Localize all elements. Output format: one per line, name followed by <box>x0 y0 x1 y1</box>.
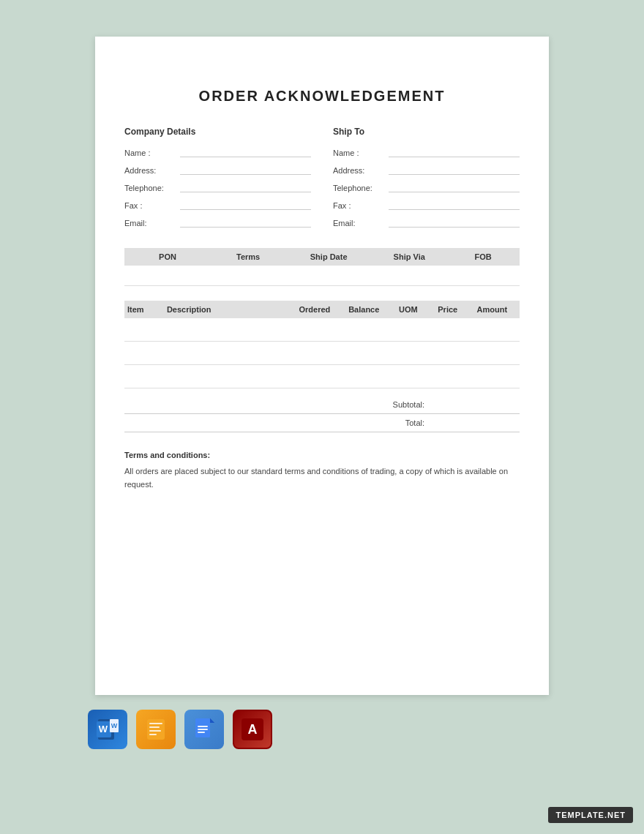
ship-email-line <box>389 216 520 228</box>
svg-text:W: W <box>111 722 118 729</box>
total-row: Total: <box>124 414 520 432</box>
ith-amount: Amount <box>468 305 517 314</box>
order-table-header: PON Terms Ship Date Ship Via FOB <box>124 248 520 266</box>
svg-rect-5 <box>147 719 165 740</box>
items-row-3 <box>124 365 520 388</box>
ship-fax-row: Fax : <box>333 198 520 210</box>
bottom-area: W W <box>44 695 644 764</box>
company-telephone-line <box>180 181 311 192</box>
acrobat-svg: A <box>240 717 265 742</box>
ship-name-label: Name : <box>333 149 384 157</box>
ith-ordered: Ordered <box>290 305 339 314</box>
word-svg: W W <box>95 717 120 742</box>
total-value <box>432 418 520 427</box>
ship-to-label: Ship To <box>333 127 520 137</box>
company-fax-row: Fax : <box>124 198 311 210</box>
th-fob: FOB <box>449 252 517 261</box>
acrobat-icon[interactable]: A <box>233 710 272 749</box>
company-email-label: Email: <box>124 219 176 228</box>
th-terms: Terms <box>208 252 288 261</box>
svg-text:W: W <box>99 724 108 735</box>
terms-text: All orders are placed subject to our sta… <box>124 465 520 491</box>
subtotal-row: Subtotal: <box>124 396 520 414</box>
ship-address-label: Address: <box>333 166 384 175</box>
items-row-1 <box>124 318 520 342</box>
template-net-badge: TEMPLATE.NET <box>548 807 633 823</box>
ship-to-col: Ship To Name : Address: Telephone: Fax : <box>333 127 520 233</box>
pages-icon[interactable] <box>136 710 176 749</box>
document-card: ORDER ACKNOWLEDGEMENT Company Details Na… <box>95 37 549 695</box>
company-email-line <box>180 216 311 228</box>
svg-rect-16 <box>198 732 205 733</box>
document-title: ORDER ACKNOWLEDGEMENT <box>124 88 520 105</box>
address-section: Company Details Name : Address: Telephon… <box>124 127 520 233</box>
company-address-row: Address: <box>124 163 311 175</box>
terms-section: Terms and conditions: All orders are pla… <box>124 451 520 491</box>
ith-price: Price <box>428 305 468 314</box>
svg-rect-8 <box>149 730 161 732</box>
items-row-2 <box>124 342 520 365</box>
subtotal-label: Subtotal: <box>373 400 432 409</box>
company-details-col: Company Details Name : Address: Telephon… <box>124 127 311 233</box>
ship-email-label: Email: <box>333 219 384 228</box>
svg-rect-14 <box>198 726 208 727</box>
ith-item: Item <box>127 305 167 314</box>
items-table-header: Item Description Ordered Balance UOM Pri… <box>124 301 520 318</box>
svg-rect-6 <box>149 723 162 724</box>
gdocs-icon[interactable] <box>184 710 224 749</box>
pages-svg <box>143 717 168 742</box>
ship-fax-label: Fax : <box>333 201 384 210</box>
ship-email-row: Email: <box>333 216 520 228</box>
company-address-label: Address: <box>124 166 176 175</box>
items-table: Item Description Ordered Balance UOM Pri… <box>124 301 520 388</box>
order-table-row-1 <box>124 266 520 286</box>
subtotal-value <box>432 400 520 409</box>
gdocs-svg <box>192 717 217 742</box>
svg-text:A: A <box>248 722 258 737</box>
svg-rect-9 <box>149 734 157 735</box>
svg-rect-12 <box>195 718 210 737</box>
company-fax-line <box>180 198 311 210</box>
ship-telephone-row: Telephone: <box>333 181 520 192</box>
company-email-row: Email: <box>124 216 311 228</box>
ship-address-row: Address: <box>333 163 520 175</box>
company-name-label: Name : <box>124 149 176 157</box>
company-telephone-row: Telephone: <box>124 181 311 192</box>
ship-fax-line <box>389 198 520 210</box>
svg-rect-15 <box>198 729 208 730</box>
company-name-row: Name : <box>124 146 311 157</box>
ship-telephone-line <box>389 181 520 192</box>
order-table: PON Terms Ship Date Ship Via FOB <box>124 248 520 286</box>
page-background: ORDER ACKNOWLEDGEMENT Company Details Na… <box>0 0 644 834</box>
ship-name-row: Name : <box>333 146 520 157</box>
th-ship-date: Ship Date <box>288 252 369 261</box>
total-label: Total: <box>373 418 432 427</box>
app-icons-group: W W <box>88 710 272 749</box>
company-address-line <box>180 163 311 175</box>
ith-uom: UOM <box>389 305 428 314</box>
ship-address-line <box>389 163 520 175</box>
th-ship-via: Ship Via <box>369 252 449 261</box>
th-pon: PON <box>127 252 208 261</box>
ship-name-line <box>389 146 520 157</box>
company-name-line <box>180 146 311 157</box>
ith-description: Description <box>167 305 290 314</box>
totals-section: Subtotal: Total: <box>124 396 520 432</box>
svg-marker-13 <box>210 718 214 723</box>
ship-telephone-label: Telephone: <box>333 184 384 192</box>
terms-title: Terms and conditions: <box>124 451 520 459</box>
ith-balance: Balance <box>340 305 389 314</box>
company-telephone-label: Telephone: <box>124 184 176 192</box>
word-icon[interactable]: W W <box>88 710 127 749</box>
svg-rect-7 <box>149 726 160 728</box>
company-details-label: Company Details <box>124 127 311 137</box>
company-fax-label: Fax : <box>124 201 176 210</box>
